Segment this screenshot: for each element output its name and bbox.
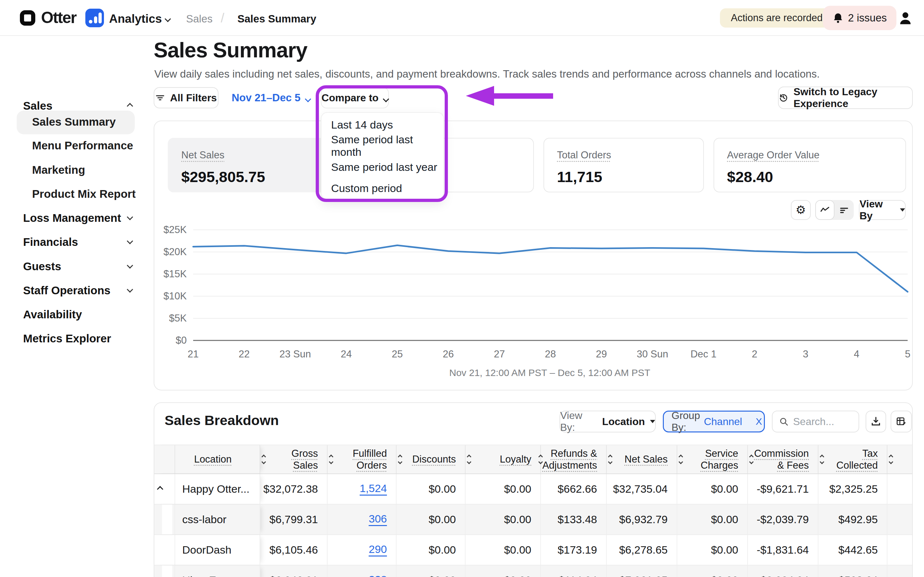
- col-header-extra[interactable]: [887, 445, 913, 474]
- gear-icon: ⚙: [796, 203, 806, 217]
- fulfilled-orders-link[interactable]: 338: [368, 574, 387, 577]
- fulfilled-orders-cell: 306: [328, 504, 397, 534]
- menu-item-same-period-last-year[interactable]: Same period last year: [331, 156, 437, 177]
- net-sales-cell: $7,061.05: [607, 566, 677, 577]
- sort-icon[interactable]: [748, 455, 753, 464]
- row-expander[interactable]: [154, 474, 175, 504]
- location-cell: Uber Eats: [175, 566, 260, 577]
- col-header-net-sales[interactable]: Net Sales: [607, 445, 677, 474]
- chevron-down-icon[interactable]: [128, 287, 132, 293]
- sidebar-item-loss-management[interactable]: Loss Management: [23, 211, 121, 224]
- fulfilled-orders-link[interactable]: 306: [368, 513, 387, 526]
- col-header-location[interactable]: Location: [175, 445, 260, 474]
- chart-canvas: [161, 225, 913, 376]
- compare-to-menu: Last 14 days Same period last month Same…: [321, 112, 444, 199]
- sidebar-item-sales[interactable]: Sales: [23, 99, 52, 112]
- line-chart-toggle[interactable]: [815, 200, 835, 220]
- col-header-commission-fees[interactable]: Commission & Fees: [748, 445, 819, 474]
- chevron-down-icon[interactable]: [128, 239, 132, 245]
- download-button[interactable]: [866, 411, 886, 432]
- fulfilled-orders-link[interactable]: 1,524: [360, 482, 387, 495]
- fulfilled-orders-link[interactable]: 290: [368, 543, 387, 556]
- sort-icon[interactable]: [537, 455, 542, 464]
- bar-chart-toggle[interactable]: [835, 200, 854, 220]
- discounts-cell: $0.00: [397, 504, 465, 534]
- sort-icon[interactable]: [677, 455, 682, 464]
- table-view-by-dropdown[interactable]: View By: Location: [559, 411, 656, 432]
- compare-to-dropdown[interactable]: Compare to: [321, 87, 389, 108]
- bar-chart-icon: [839, 205, 849, 215]
- chevron-down-icon[interactable]: [166, 17, 170, 23]
- group-by-chip[interactable]: Group By: Channel X: [663, 411, 765, 432]
- sidebar-item-guests[interactable]: Guests: [23, 260, 61, 273]
- table-row[interactable]: Uber Eats $6,946.81 338 $0.00 $0.00 $114…: [154, 566, 913, 577]
- all-filters-button[interactable]: All Filters: [153, 87, 218, 108]
- user-avatar-icon[interactable]: [897, 10, 914, 26]
- table-search[interactable]: [772, 411, 859, 432]
- sidebar-item-metrics-explorer[interactable]: Metrics Explorer: [23, 332, 111, 345]
- menu-item-same-period-last-month[interactable]: Same period last month: [331, 135, 443, 156]
- sort-icon[interactable]: [260, 455, 265, 464]
- discounts-cell: $0.00: [397, 474, 465, 504]
- col-header-service-charges[interactable]: Service Charges: [677, 445, 748, 474]
- tax-cell: $492.95: [819, 504, 887, 534]
- otter-logo-icon: [20, 10, 35, 26]
- remove-group-by-icon[interactable]: X: [749, 416, 768, 427]
- sidebar-item-financials[interactable]: Financials: [23, 235, 78, 248]
- col-header-gross-sales[interactable]: Gross Sales: [260, 445, 328, 474]
- sidebar-nav: Sales Sales Summary Menu Performance Mar…: [0, 36, 146, 577]
- table-row[interactable]: css-labor $6,799.31 306 $0.00 $0.00 $133…: [154, 504, 913, 535]
- x-axis-tick-label: Dec 1: [690, 348, 716, 360]
- sidebar-item-availability[interactable]: Availability: [23, 308, 82, 321]
- edit-columns-button[interactable]: [891, 411, 912, 432]
- sidebar-item-menu-performance[interactable]: Menu Performance: [32, 139, 133, 152]
- switch-to-legacy-button[interactable]: Switch to Legacy Experience: [778, 87, 913, 109]
- menu-item-custom-period[interactable]: Custom period: [331, 177, 402, 199]
- sidebar-item-staff-operations[interactable]: Staff Operations: [23, 284, 110, 297]
- caret-down-icon: [650, 420, 655, 423]
- y-axis-tick-label: $25K: [161, 224, 187, 235]
- kpi-label: Net Sales: [181, 149, 224, 161]
- chevron-down-icon[interactable]: [128, 263, 132, 269]
- sort-icon[interactable]: [328, 455, 333, 464]
- sidebar-item-sales-summary[interactable]: Sales Summary: [32, 115, 116, 128]
- location-cell: Happy Otter...: [175, 474, 260, 504]
- col-header-fulfilled-orders[interactable]: Fulfilled Orders: [328, 445, 397, 474]
- sort-icon[interactable]: [465, 455, 471, 464]
- kpi-value: $295,805.75: [181, 168, 265, 185]
- menu-item-last-14-days[interactable]: Last 14 days: [331, 114, 393, 135]
- net-sales-line-chart[interactable]: $25K$20K$15K$10K$5K$0212223 Sun242526272…: [161, 225, 913, 376]
- sidebar-item-product-mix-report[interactable]: Product Mix Report: [32, 187, 136, 200]
- col-header-refunds-adjustments[interactable]: Refunds & Adjustments: [541, 445, 607, 474]
- issues-button[interactable]: 2 issues: [823, 6, 897, 30]
- chevron-up-icon[interactable]: [128, 104, 132, 110]
- sort-icon[interactable]: [887, 455, 893, 464]
- sales-breakdown-panel: Sales Breakdown View By: Location Group …: [153, 402, 913, 577]
- sidebar-item-marketing[interactable]: Marketing: [32, 163, 85, 176]
- sort-icon[interactable]: [607, 455, 612, 464]
- col-header-loyalty[interactable]: Loyalty: [465, 445, 541, 474]
- kpi-card-total-orders[interactable]: Total Orders 11,715: [543, 138, 704, 192]
- col-header-discounts[interactable]: Discounts: [397, 445, 465, 474]
- tax-cell: $442.65: [819, 535, 887, 565]
- kpi-card-average-order-value[interactable]: Average Order Value $28.40: [714, 138, 906, 192]
- breadcrumb-parent[interactable]: Sales: [186, 13, 213, 25]
- tax-cell: $503.64: [819, 566, 887, 577]
- table-row[interactable]: Happy Otter... $32,072.38 1,524 $0.00 $0…: [154, 474, 913, 504]
- search-input[interactable]: [793, 416, 851, 428]
- collapse-icon[interactable]: [157, 486, 163, 492]
- product-switcher[interactable]: Analytics: [109, 12, 162, 26]
- col-header-tax-collected[interactable]: Tax Collected: [819, 445, 887, 474]
- chevron-down-icon[interactable]: [128, 215, 132, 221]
- sort-icon[interactable]: [819, 455, 824, 464]
- download-icon: [871, 416, 881, 427]
- sort-icon[interactable]: [397, 455, 402, 464]
- table-row[interactable]: DoorDash $6,105.46 290 $0.00 $0.00 $173.…: [154, 535, 913, 566]
- chart-view-by-dropdown[interactable]: View By: [859, 200, 906, 220]
- loyalty-cell: $0.00: [465, 566, 541, 577]
- chart-settings-button[interactable]: ⚙: [791, 200, 811, 220]
- analytics-app-icon[interactable]: [86, 9, 104, 27]
- x-axis-tick-label: 21: [188, 348, 199, 360]
- date-range-picker[interactable]: Nov 21–Dec 5: [232, 87, 310, 108]
- table-edit-icon: [896, 416, 907, 427]
